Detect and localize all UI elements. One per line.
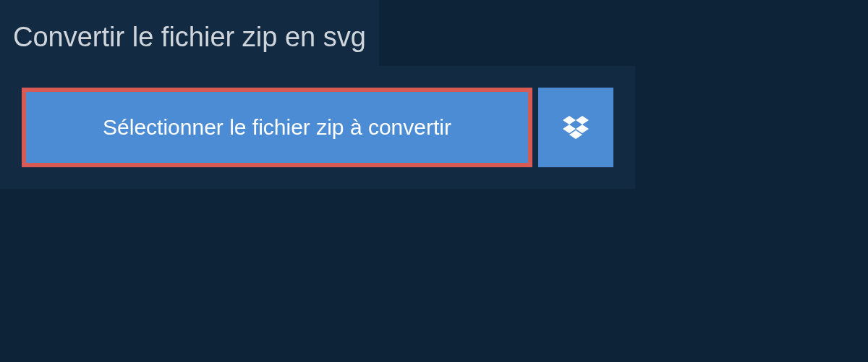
upload-button-row: Sélectionner le fichier zip à convertir [22, 88, 613, 167]
dropbox-icon [563, 116, 589, 139]
dropbox-button[interactable] [538, 88, 613, 167]
select-file-label: Sélectionner le fichier zip à convertir [103, 115, 451, 140]
upload-panel: Sélectionner le fichier zip à convertir [0, 66, 635, 189]
select-file-button[interactable]: Sélectionner le fichier zip à convertir [22, 88, 532, 167]
page-title: Convertir le fichier zip en svg [0, 0, 379, 66]
